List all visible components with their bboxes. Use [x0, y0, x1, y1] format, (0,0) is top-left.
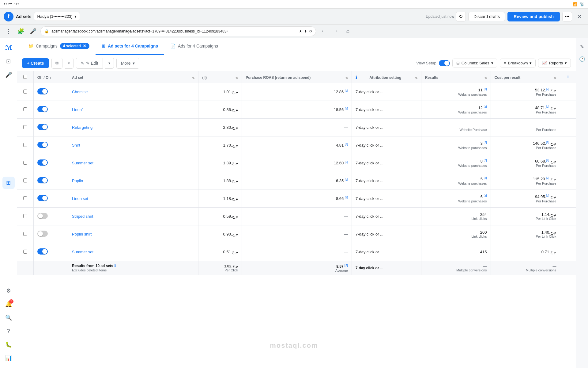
row-on-off-toggle[interactable]: [37, 231, 48, 237]
results-value: —: [483, 123, 487, 128]
download-icon[interactable]: ⬇: [304, 29, 307, 33]
duplicate-button[interactable]: ⧉: [51, 58, 62, 69]
add-column-icon[interactable]: +: [567, 74, 569, 79]
budget-sort-icon[interactable]: ⇅: [236, 76, 238, 80]
row-checkbox[interactable]: [23, 196, 27, 200]
row-on-off-toggle[interactable]: [37, 159, 48, 166]
back-button[interactable]: ←: [318, 26, 328, 36]
sidebar-meta-logo[interactable]: ℳ: [2, 42, 15, 54]
bookmark-icon[interactable]: ★: [299, 29, 302, 33]
row-on-off-toggle[interactable]: [37, 177, 48, 183]
reload-icon[interactable]: ↻: [309, 29, 312, 33]
adset-sort-icon[interactable]: ⇅: [192, 76, 194, 80]
edit-button[interactable]: ✎ ✎ Edit: [76, 58, 103, 69]
more-actions-button[interactable]: More ▾: [116, 58, 139, 69]
sidebar-campaigns-icon[interactable]: ⊞: [2, 177, 15, 189]
sidebar-help-icon[interactable]: ?: [2, 325, 15, 337]
breakdown-button[interactable]: ≡ Breakdown ▾: [500, 59, 536, 67]
main-toolbar: + Create ⧉ ▾ ✎ ✎ Edit ▾ More ▾ View Setu…: [17, 55, 576, 71]
adset-name-link[interactable]: Striped shirt: [72, 214, 93, 219]
adset-name-link[interactable]: Chemise: [72, 90, 88, 94]
row-add-cell: [560, 83, 576, 101]
adset-name-link[interactable]: Summer set: [72, 161, 93, 165]
roas-sort-icon[interactable]: ⇅: [345, 76, 348, 80]
mic-button[interactable]: 🎤: [28, 26, 38, 36]
create-button[interactable]: + Create: [22, 58, 49, 68]
sidebar-mic-icon[interactable]: 🎤: [2, 69, 15, 81]
row-checkbox[interactable]: [23, 250, 27, 254]
more-chevron-icon: ▾: [133, 61, 135, 66]
account-selector[interactable]: Hadya (1••••••••223) ▾: [34, 12, 80, 21]
info-icon[interactable]: ℹ: [356, 75, 357, 80]
address-bar[interactable]: 🔒 adsmanager.facebook.com/adsmanager/man…: [40, 26, 316, 36]
header-add-column[interactable]: +: [560, 71, 576, 83]
row-adset-name-cell: Summer set: [68, 243, 198, 261]
row-on-off-toggle[interactable]: [37, 124, 48, 130]
sidebar-notifications-icon[interactable]: 🔔 7: [2, 298, 15, 310]
forward-button[interactable]: →: [331, 26, 341, 36]
summary-info-icon[interactable]: ℹ: [114, 263, 116, 268]
results-sort-icon[interactable]: ⇅: [484, 76, 487, 80]
view-setup-toggle[interactable]: View Setup: [416, 60, 450, 66]
row-adset-name-cell: Chemise: [68, 83, 198, 101]
row-on-off-toggle[interactable]: [37, 248, 48, 255]
ads-tab-label: Ads for 4 Campaigns: [178, 44, 218, 48]
tab-ads[interactable]: 📄 Ads for 4 Campaigns: [164, 38, 224, 55]
selected-count-badge: 4 selected ✕: [60, 43, 89, 49]
sidebar-debug-icon[interactable]: 🐛: [2, 339, 15, 351]
header-budget: (ll) ⇅: [198, 71, 242, 83]
adset-name-link[interactable]: Linen set: [72, 196, 88, 201]
sidebar-search-icon[interactable]: 🔍: [2, 312, 15, 324]
adsets-table: Off / On Ad set ⇅ (ll) ⇅: [17, 71, 576, 275]
row-checkbox[interactable]: [23, 107, 27, 111]
extensions-button[interactable]: 🧩: [16, 26, 26, 36]
duplicate-dropdown-button[interactable]: ▾: [65, 58, 74, 69]
cost-sort-icon[interactable]: ⇅: [554, 76, 556, 80]
clear-selection-button[interactable]: ✕: [83, 44, 86, 48]
row-checkbox[interactable]: [23, 125, 27, 129]
attr-sort-icon[interactable]: ⇅: [415, 76, 417, 80]
review-publish-button[interactable]: Review and publish: [507, 12, 560, 21]
adset-name-link[interactable]: Poplin: [72, 178, 83, 183]
adset-name-link[interactable]: Summer set: [72, 250, 93, 254]
edit-dropdown-button[interactable]: ▾: [105, 58, 114, 69]
adset-name-link[interactable]: Poplin shirt: [72, 232, 92, 236]
sidebar-inbox-icon[interactable]: ⊡: [2, 55, 15, 67]
tab-campaigns[interactable]: 📁 Campaigns 4 selected ✕: [22, 38, 96, 55]
row-roas-cell: —: [242, 119, 352, 136]
columns-button[interactable]: ⊟ Columns: Sales ▾: [452, 59, 497, 67]
right-edit-button[interactable]: ✎: [577, 42, 587, 52]
close-button[interactable]: ✕: [575, 12, 584, 21]
row-on-off-toggle[interactable]: [37, 213, 48, 219]
inbox-icon: ⊡: [6, 58, 11, 65]
more-options-button[interactable]: •••: [562, 12, 572, 21]
cost-superscript: [2]: [546, 141, 549, 144]
header-checkbox[interactable]: [17, 71, 33, 83]
row-checkbox[interactable]: [23, 90, 27, 94]
adset-name-link[interactable]: Shirt: [72, 143, 80, 148]
row-on-off-toggle[interactable]: [37, 88, 48, 94]
adset-name-link[interactable]: Retargeting: [72, 125, 92, 130]
view-setup-switch[interactable]: [439, 60, 450, 66]
select-all-checkbox[interactable]: [23, 75, 27, 79]
page-title: Ad sets: [16, 14, 32, 19]
row-checkbox[interactable]: [23, 214, 27, 218]
right-history-button[interactable]: 🕐: [577, 54, 587, 64]
toggle-knob: [42, 160, 47, 165]
row-on-off-toggle[interactable]: [37, 142, 48, 148]
row-on-off-toggle[interactable]: [37, 106, 48, 112]
row-checkbox[interactable]: [23, 178, 27, 182]
row-checkbox[interactable]: [23, 143, 27, 147]
row-checkbox[interactable]: [23, 161, 27, 165]
row-on-off-toggle[interactable]: [37, 195, 48, 201]
tab-adsets[interactable]: ⊞ Ad sets for 4 Campaigns: [96, 38, 164, 55]
adset-name-link[interactable]: Linen1: [72, 107, 84, 112]
discard-drafts-button[interactable]: Discard drafts: [468, 12, 505, 21]
row-checkbox[interactable]: [23, 232, 27, 236]
home-button[interactable]: ⌂: [343, 26, 353, 36]
menu-button[interactable]: ⋮: [4, 26, 13, 36]
refresh-button[interactable]: ↻: [456, 12, 466, 21]
sidebar-report-icon[interactable]: 📊: [2, 352, 15, 364]
sidebar-settings-icon[interactable]: ⚙: [2, 285, 15, 297]
reports-button[interactable]: 📈 Reports ▾: [538, 59, 571, 67]
